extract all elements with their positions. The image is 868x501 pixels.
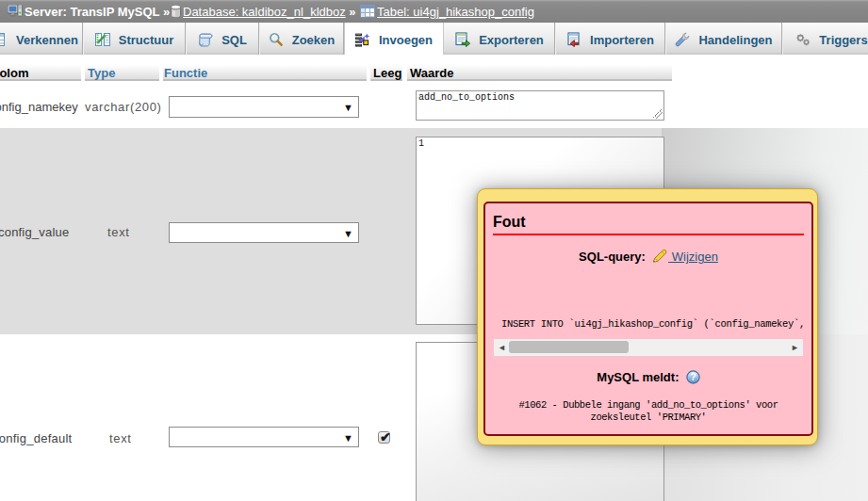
svg-text:?: ? xyxy=(690,371,696,382)
